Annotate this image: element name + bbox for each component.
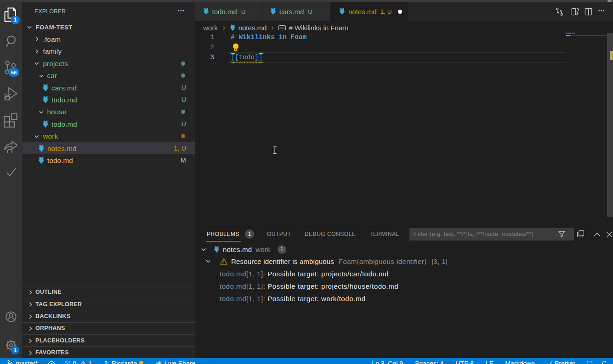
svg-text:abc: abc (280, 26, 285, 30)
